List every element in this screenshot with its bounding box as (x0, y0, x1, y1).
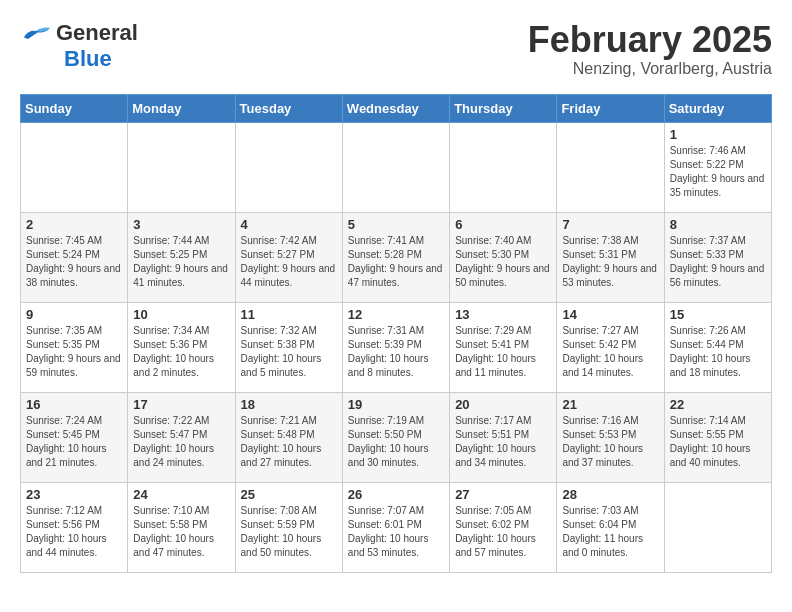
day-info-text: Sunrise: 7:12 AM Sunset: 5:56 PM Dayligh… (26, 504, 122, 560)
calendar-cell (128, 122, 235, 212)
day-number: 7 (562, 217, 658, 232)
day-number: 15 (670, 307, 766, 322)
calendar-table: SundayMondayTuesdayWednesdayThursdayFrid… (20, 94, 772, 573)
day-info-text: Sunrise: 7:26 AM Sunset: 5:44 PM Dayligh… (670, 324, 766, 380)
day-info-text: Sunrise: 7:27 AM Sunset: 5:42 PM Dayligh… (562, 324, 658, 380)
day-info-text: Sunrise: 7:46 AM Sunset: 5:22 PM Dayligh… (670, 144, 766, 200)
day-info-text: Sunrise: 7:17 AM Sunset: 5:51 PM Dayligh… (455, 414, 551, 470)
day-info-text: Sunrise: 7:14 AM Sunset: 5:55 PM Dayligh… (670, 414, 766, 470)
calendar-cell: 15Sunrise: 7:26 AM Sunset: 5:44 PM Dayli… (664, 302, 771, 392)
day-number: 18 (241, 397, 337, 412)
calendar-cell (450, 122, 557, 212)
day-number: 13 (455, 307, 551, 322)
day-number: 22 (670, 397, 766, 412)
day-number: 26 (348, 487, 444, 502)
bird-icon (20, 23, 52, 43)
calendar-week-row: 2Sunrise: 7:45 AM Sunset: 5:24 PM Daylig… (21, 212, 772, 302)
day-number: 16 (26, 397, 122, 412)
day-info-text: Sunrise: 7:45 AM Sunset: 5:24 PM Dayligh… (26, 234, 122, 290)
day-number: 21 (562, 397, 658, 412)
logo-blue-text: Blue (64, 46, 112, 72)
weekday-header-sunday: Sunday (21, 94, 128, 122)
calendar-week-row: 1Sunrise: 7:46 AM Sunset: 5:22 PM Daylig… (21, 122, 772, 212)
day-info-text: Sunrise: 7:40 AM Sunset: 5:30 PM Dayligh… (455, 234, 551, 290)
day-info-text: Sunrise: 7:34 AM Sunset: 5:36 PM Dayligh… (133, 324, 229, 380)
calendar-cell (235, 122, 342, 212)
calendar-week-row: 23Sunrise: 7:12 AM Sunset: 5:56 PM Dayli… (21, 482, 772, 572)
day-number: 5 (348, 217, 444, 232)
day-number: 8 (670, 217, 766, 232)
day-info-text: Sunrise: 7:07 AM Sunset: 6:01 PM Dayligh… (348, 504, 444, 560)
day-info-text: Sunrise: 7:42 AM Sunset: 5:27 PM Dayligh… (241, 234, 337, 290)
day-number: 17 (133, 397, 229, 412)
weekday-header-friday: Friday (557, 94, 664, 122)
day-number: 3 (133, 217, 229, 232)
calendar-cell (557, 122, 664, 212)
weekday-header-saturday: Saturday (664, 94, 771, 122)
day-info-text: Sunrise: 7:31 AM Sunset: 5:39 PM Dayligh… (348, 324, 444, 380)
day-info-text: Sunrise: 7:22 AM Sunset: 5:47 PM Dayligh… (133, 414, 229, 470)
day-number: 10 (133, 307, 229, 322)
day-info-text: Sunrise: 7:35 AM Sunset: 5:35 PM Dayligh… (26, 324, 122, 380)
calendar-cell: 3Sunrise: 7:44 AM Sunset: 5:25 PM Daylig… (128, 212, 235, 302)
day-info-text: Sunrise: 7:19 AM Sunset: 5:50 PM Dayligh… (348, 414, 444, 470)
day-number: 27 (455, 487, 551, 502)
calendar-cell: 20Sunrise: 7:17 AM Sunset: 5:51 PM Dayli… (450, 392, 557, 482)
day-info-text: Sunrise: 7:10 AM Sunset: 5:58 PM Dayligh… (133, 504, 229, 560)
day-info-text: Sunrise: 7:41 AM Sunset: 5:28 PM Dayligh… (348, 234, 444, 290)
logo: General Blue (20, 20, 138, 72)
calendar-cell: 5Sunrise: 7:41 AM Sunset: 5:28 PM Daylig… (342, 212, 449, 302)
day-number: 1 (670, 127, 766, 142)
location-text: Nenzing, Vorarlberg, Austria (528, 60, 772, 78)
calendar-cell: 9Sunrise: 7:35 AM Sunset: 5:35 PM Daylig… (21, 302, 128, 392)
day-number: 2 (26, 217, 122, 232)
calendar-cell (21, 122, 128, 212)
weekday-header-row: SundayMondayTuesdayWednesdayThursdayFrid… (21, 94, 772, 122)
calendar-week-row: 9Sunrise: 7:35 AM Sunset: 5:35 PM Daylig… (21, 302, 772, 392)
calendar-cell: 26Sunrise: 7:07 AM Sunset: 6:01 PM Dayli… (342, 482, 449, 572)
month-year-heading: February 2025 (528, 20, 772, 60)
day-number: 20 (455, 397, 551, 412)
calendar-cell: 18Sunrise: 7:21 AM Sunset: 5:48 PM Dayli… (235, 392, 342, 482)
day-info-text: Sunrise: 7:29 AM Sunset: 5:41 PM Dayligh… (455, 324, 551, 380)
day-number: 6 (455, 217, 551, 232)
day-info-text: Sunrise: 7:05 AM Sunset: 6:02 PM Dayligh… (455, 504, 551, 560)
day-number: 12 (348, 307, 444, 322)
calendar-cell (664, 482, 771, 572)
calendar-cell: 21Sunrise: 7:16 AM Sunset: 5:53 PM Dayli… (557, 392, 664, 482)
calendar-cell: 4Sunrise: 7:42 AM Sunset: 5:27 PM Daylig… (235, 212, 342, 302)
calendar-cell: 8Sunrise: 7:37 AM Sunset: 5:33 PM Daylig… (664, 212, 771, 302)
calendar-cell (342, 122, 449, 212)
day-info-text: Sunrise: 7:37 AM Sunset: 5:33 PM Dayligh… (670, 234, 766, 290)
calendar-cell: 23Sunrise: 7:12 AM Sunset: 5:56 PM Dayli… (21, 482, 128, 572)
day-info-text: Sunrise: 7:03 AM Sunset: 6:04 PM Dayligh… (562, 504, 658, 560)
day-number: 14 (562, 307, 658, 322)
calendar-cell: 22Sunrise: 7:14 AM Sunset: 5:55 PM Dayli… (664, 392, 771, 482)
calendar-cell: 2Sunrise: 7:45 AM Sunset: 5:24 PM Daylig… (21, 212, 128, 302)
calendar-cell: 12Sunrise: 7:31 AM Sunset: 5:39 PM Dayli… (342, 302, 449, 392)
logo-general-text: General (56, 20, 138, 46)
day-number: 4 (241, 217, 337, 232)
title-block: February 2025 Nenzing, Vorarlberg, Austr… (528, 20, 772, 78)
calendar-cell: 10Sunrise: 7:34 AM Sunset: 5:36 PM Dayli… (128, 302, 235, 392)
calendar-cell: 25Sunrise: 7:08 AM Sunset: 5:59 PM Dayli… (235, 482, 342, 572)
day-info-text: Sunrise: 7:24 AM Sunset: 5:45 PM Dayligh… (26, 414, 122, 470)
calendar-cell: 17Sunrise: 7:22 AM Sunset: 5:47 PM Dayli… (128, 392, 235, 482)
calendar-cell: 14Sunrise: 7:27 AM Sunset: 5:42 PM Dayli… (557, 302, 664, 392)
page-header: General Blue February 2025 Nenzing, Vora… (20, 20, 772, 78)
day-info-text: Sunrise: 7:38 AM Sunset: 5:31 PM Dayligh… (562, 234, 658, 290)
calendar-cell: 11Sunrise: 7:32 AM Sunset: 5:38 PM Dayli… (235, 302, 342, 392)
day-number: 19 (348, 397, 444, 412)
day-number: 11 (241, 307, 337, 322)
weekday-header-wednesday: Wednesday (342, 94, 449, 122)
calendar-cell: 13Sunrise: 7:29 AM Sunset: 5:41 PM Dayli… (450, 302, 557, 392)
day-number: 25 (241, 487, 337, 502)
day-number: 28 (562, 487, 658, 502)
calendar-cell: 16Sunrise: 7:24 AM Sunset: 5:45 PM Dayli… (21, 392, 128, 482)
day-info-text: Sunrise: 7:08 AM Sunset: 5:59 PM Dayligh… (241, 504, 337, 560)
weekday-header-monday: Monday (128, 94, 235, 122)
calendar-cell: 6Sunrise: 7:40 AM Sunset: 5:30 PM Daylig… (450, 212, 557, 302)
day-number: 24 (133, 487, 229, 502)
day-info-text: Sunrise: 7:16 AM Sunset: 5:53 PM Dayligh… (562, 414, 658, 470)
calendar-cell: 28Sunrise: 7:03 AM Sunset: 6:04 PM Dayli… (557, 482, 664, 572)
